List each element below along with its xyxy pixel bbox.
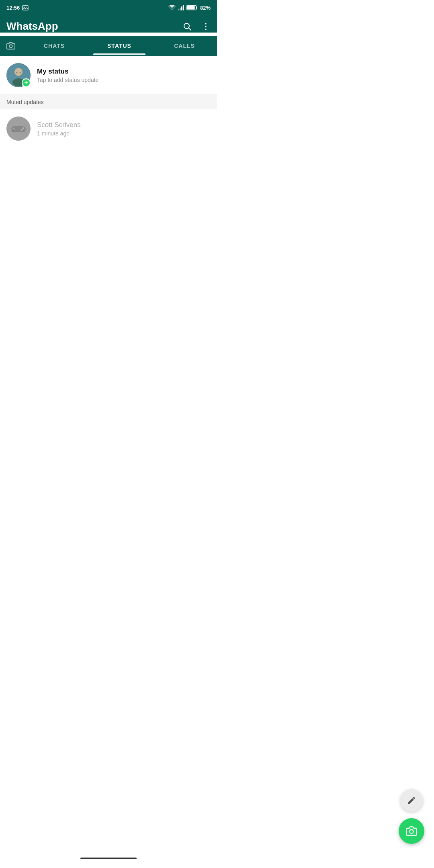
signal-icon xyxy=(178,5,184,10)
wifi-icon xyxy=(168,5,176,10)
tab-calls[interactable]: CALLS xyxy=(152,37,217,55)
svg-point-12 xyxy=(14,68,23,76)
time: 12:56 xyxy=(6,5,20,11)
battery-icon xyxy=(186,5,198,10)
more-options-icon[interactable] xyxy=(201,22,211,31)
add-status-button[interactable]: + xyxy=(22,78,31,87)
svg-point-14 xyxy=(16,72,18,74)
scott-avatar-image: 6 T xyxy=(6,117,31,141)
contact-avatar-scott: 6 T xyxy=(6,117,31,141)
app-header: WhatsApp xyxy=(0,15,217,33)
tab-bar: CHATS STATUS CALLS xyxy=(0,36,217,56)
tab-chats[interactable]: CHATS xyxy=(22,37,87,55)
tab-camera-icon[interactable] xyxy=(0,36,22,56)
my-status-title: My status xyxy=(37,68,98,76)
contact-item-scott[interactable]: 6 T Scott Scrivens 1 minute ago xyxy=(0,109,217,148)
svg-point-8 xyxy=(205,26,207,27)
status-bar-right: 82% xyxy=(168,5,211,11)
my-status-avatar-container: + xyxy=(6,63,31,87)
my-status-item[interactable]: + My status Tap to add status update xyxy=(0,56,217,95)
header-icons xyxy=(182,22,211,31)
image-icon xyxy=(22,5,29,10)
svg-rect-3 xyxy=(196,7,197,9)
svg-point-15 xyxy=(20,72,21,74)
app-title: WhatsApp xyxy=(6,20,58,33)
search-icon[interactable] xyxy=(182,22,192,31)
contact-time-scott: 1 minute ago xyxy=(37,130,81,137)
status-bar-left: 12:56 xyxy=(6,5,29,11)
svg-text:6: 6 xyxy=(14,127,15,130)
svg-rect-4 xyxy=(187,6,194,10)
my-status-text: My status Tap to add status update xyxy=(37,68,98,83)
muted-updates-header: Muted updates xyxy=(0,95,217,109)
contact-name-scott: Scott Scrivens xyxy=(37,121,81,129)
svg-point-9 xyxy=(205,29,207,30)
svg-rect-0 xyxy=(23,6,28,10)
svg-point-21 xyxy=(21,129,23,131)
my-status-subtitle: Tap to add status update xyxy=(37,77,98,83)
svg-rect-23 xyxy=(23,129,25,132)
status-bar: 12:56 82% xyxy=(0,0,217,15)
svg-point-20 xyxy=(23,127,24,129)
svg-point-10 xyxy=(9,45,12,47)
svg-point-7 xyxy=(205,23,207,25)
tab-status[interactable]: STATUS xyxy=(87,37,152,55)
contact-text-scott: Scott Scrivens 1 minute ago xyxy=(37,121,81,137)
svg-line-6 xyxy=(189,28,191,30)
battery-percent: 82% xyxy=(200,5,211,11)
